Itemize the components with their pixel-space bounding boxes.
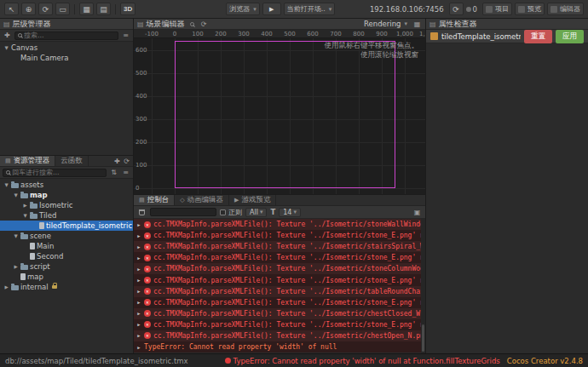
panel-icon: ▤ [3, 20, 10, 28]
assets-search-input[interactable] [12, 169, 103, 176]
collapse-arrow-icon[interactable]: ▶ [136, 300, 141, 305]
status-error[interactable]: TypeError: Cannot read property 'width' … [225, 357, 500, 365]
console-scrollbar[interactable] [421, 219, 425, 353]
log-level-dropdown[interactable]: All [245, 208, 267, 217]
console-log-row[interactable]: ▶cc.TMXMapInfo.parseXMLFile(): Texture '… [134, 219, 425, 230]
grid-toggle-icon[interactable]: ▦ [412, 20, 422, 29]
console-log-row[interactable]: ▶cc.TMXMapInfo.parseXMLFile(): Texture '… [134, 319, 425, 330]
assets-tab-bar: ▤资源管理器云函数 ✚ ⟳ [0, 156, 133, 167]
editor-button[interactable]: 编辑器 [547, 3, 584, 15]
expand-arrow-icon[interactable]: ▼ [3, 45, 9, 50]
collapse-arrow-icon[interactable]: ▶ [136, 289, 141, 294]
console-log-row[interactable]: ▶cc.TMXMapInfo.parseXMLFile(): Texture '… [134, 286, 425, 297]
expand-arrow-icon[interactable]: ▶ [13, 264, 19, 269]
tab-game-preview[interactable]: ▶游戏预览 [229, 195, 276, 205]
expand-arrow-icon[interactable]: ▶ [22, 203, 28, 208]
asset-item[interactable]: Second [0, 251, 133, 261]
console-log-row[interactable]: ▶cc.TMXMapInfo.parseXMLFile(): Texture '… [134, 241, 425, 252]
scrollbar-thumb[interactable] [422, 324, 424, 352]
rotate-tool-icon[interactable]: ⟳ [38, 3, 53, 15]
asset-item[interactable]: ▼Tiled [0, 210, 133, 221]
console-tab-bar: ▤控制台◇动画编辑器▶游戏预览 [134, 195, 425, 206]
asset-item[interactable]: Main [0, 241, 133, 251]
project-button[interactable]: 项目 [482, 3, 512, 15]
asset-item[interactable]: map [0, 272, 133, 282]
tab-console[interactable]: ▤控制台 [134, 195, 175, 205]
collapse-arrow-icon[interactable]: ▶ [136, 311, 141, 316]
move-tool-icon[interactable]: ⊕ [21, 3, 36, 15]
console-log-row[interactable]: ▶cc.TMXMapInfo.parseXMLFile(): Texture '… [134, 252, 425, 263]
hierarchy-node[interactable]: ▼Canvas [0, 43, 133, 53]
console-log-row[interactable]: ▶cc.TMXMapInfo.parseXMLFile(): Texture '… [134, 330, 425, 341]
console-filter-input[interactable] [150, 208, 216, 216]
ruler-x-label: 700 [330, 31, 341, 37]
reset-view-icon[interactable]: ⟳ [199, 20, 209, 29]
asset-item[interactable]: ▼assets [0, 180, 133, 190]
collapse-arrow-icon[interactable]: ▶ [136, 345, 141, 350]
console-log-row[interactable]: ▶cc.TMXMapInfo.parseXMLFile(): Texture '… [134, 230, 425, 241]
asset-item[interactable]: ▼scene [0, 231, 133, 241]
apply-button[interactable]: 应用 [556, 30, 584, 43]
console-log-row[interactable]: ▶cc.TMXMapInfo.parseXMLFile(): Texture '… [134, 308, 425, 319]
popout-console-icon[interactable]: ▣ [412, 208, 422, 217]
coordinate-toggle-icon[interactable]: ▤ [96, 3, 111, 15]
error-icon [144, 288, 151, 295]
rect-tool-icon[interactable]: ▭ [55, 3, 70, 15]
hierarchy-search-input[interactable] [24, 32, 115, 39]
collapse-arrow-icon[interactable]: ▶ [136, 267, 141, 272]
create-node-icon[interactable]: ✚ [3, 31, 12, 40]
asset-item[interactable]: ▶Isometric [0, 200, 133, 210]
asset-item[interactable]: tiledTemplate_isometric [0, 221, 133, 231]
expand-arrow-icon[interactable]: ▼ [22, 213, 28, 218]
reset-button[interactable]: 重置 [524, 30, 552, 43]
expand-arrow-icon[interactable]: ▼ [13, 233, 19, 238]
asset-item[interactable]: ▶script [0, 261, 133, 272]
hierarchy-node[interactable]: Main Camera [0, 53, 133, 63]
collapse-arrow-icon[interactable]: ▶ [136, 255, 141, 261]
font-size-dropdown[interactable]: 14 [279, 208, 301, 217]
scene-canvas[interactable]: 6005004003002001000 使用鼠标右键平移视窗焦点。 使用滚轮缩放… [134, 38, 425, 194]
console-log-row[interactable]: ▶cc.TMXMapInfo.parseXMLFile(): Texture '… [134, 297, 425, 308]
collapse-arrow-icon[interactable]: ▶ [136, 333, 141, 338]
refresh-icon[interactable]: ⟳ [449, 3, 464, 15]
asset-item[interactable]: ▶internal [0, 282, 133, 292]
console-log-row[interactable]: ▶TypeError: Cannot read property 'width'… [134, 341, 425, 353]
collapse-arrow-icon[interactable]: ▶ [136, 278, 141, 283]
tab-cloud-functions[interactable]: 云函数 [55, 156, 89, 166]
collapse-arrow-icon[interactable]: ▶ [136, 233, 141, 238]
clear-console-icon[interactable] [137, 208, 147, 217]
console-log-row[interactable]: ▶cc.TMXMapInfo.parseXMLFile(): Texture '… [134, 274, 425, 285]
hierarchy-tree: ▼CanvasMain Camera [0, 42, 133, 155]
pivot-toggle-icon[interactable]: ▦ [79, 3, 94, 15]
refresh-assets-icon[interactable]: ⟳ [122, 157, 131, 166]
log-message: cc.TMXMapInfo.parseXMLFile(): Texture '.… [153, 265, 425, 272]
asset-item[interactable]: ▼map [0, 190, 133, 200]
create-asset-icon[interactable]: ✚ [112, 157, 122, 166]
assets-menu-icon[interactable]: ≡ [121, 168, 130, 177]
zoom-icon[interactable] [187, 20, 197, 29]
error-icon [144, 244, 151, 250]
error-icon [144, 299, 151, 306]
rendering-dropdown[interactable]: Rendering [361, 20, 410, 28]
collapse-arrow-icon[interactable]: ▶ [136, 244, 141, 249]
expand-arrow-icon[interactable]: ▼ [3, 182, 9, 187]
collapse-arrow-icon[interactable]: ▶ [136, 322, 141, 327]
tab-assets[interactable]: ▤资源管理器 [0, 156, 55, 166]
regex-checkbox[interactable]: 正则 [220, 208, 242, 217]
select-tool-icon[interactable]: ↖ [4, 3, 19, 15]
hierarchy-menu-icon[interactable]: ≡ [121, 31, 130, 40]
console-log-row[interactable]: ▶cc.TMXMapInfo.parseXMLFile(): Texture '… [134, 263, 425, 274]
collapse-arrow-icon[interactable]: ▶ [136, 222, 141, 227]
assets-toolbar: ⇅ ≡ [0, 167, 133, 179]
open-scene-dropdown[interactable]: 当前打开场.. [284, 3, 336, 15]
ruler-x-label: 1,100 [419, 31, 425, 37]
expand-arrow-icon[interactable]: ▼ [13, 192, 19, 198]
sort-assets-icon[interactable]: ⇅ [109, 168, 118, 177]
preview-button[interactable]: 预览 [515, 3, 545, 15]
expand-arrow-icon[interactable]: ▶ [3, 284, 9, 290]
editor-button-icon [551, 6, 557, 13]
3d-mode-button[interactable]: 3D [120, 3, 135, 15]
preview-target-dropdown[interactable]: 浏览器 [226, 3, 260, 15]
play-button[interactable]: ▶ [262, 3, 281, 15]
tab-animation-editor[interactable]: ◇动画编辑器 [175, 195, 229, 205]
